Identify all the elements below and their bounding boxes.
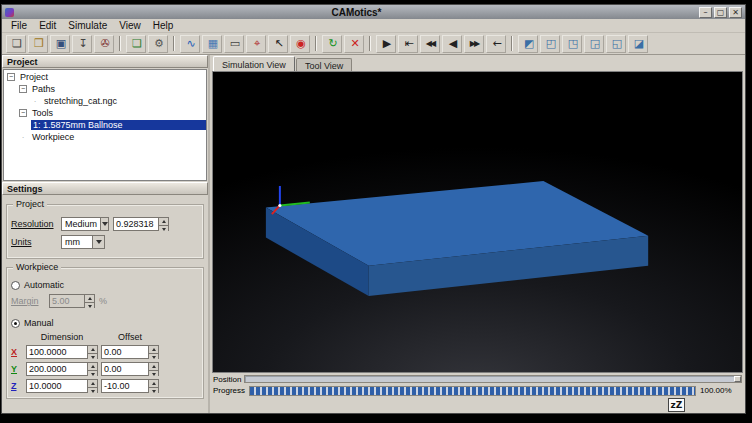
stop-button[interactable]: ✕ <box>344 35 364 53</box>
step-down-icon[interactable] <box>88 354 97 361</box>
status-bar: zZ <box>212 397 743 413</box>
toggle-surface-button[interactable]: ▦ <box>202 35 222 53</box>
x-dimension-stepper[interactable]: 100.0000 <box>26 345 98 359</box>
units-select[interactable]: mm <box>61 235 105 249</box>
units-label[interactable]: Units <box>11 237 57 247</box>
chevron-down-icon[interactable] <box>100 218 108 230</box>
add-tool-button[interactable]: ⚙ <box>148 35 168 53</box>
settings-panel: Project Resolution Medium 0.928318 <box>2 195 208 413</box>
view-isometric-button[interactable]: ◩ <box>518 35 538 53</box>
step-up-icon[interactable] <box>159 218 168 226</box>
step-up-icon[interactable] <box>149 346 158 354</box>
menu-simulate[interactable]: Simulate <box>62 19 113 32</box>
reverse-button[interactable]: ◀ <box>442 35 462 53</box>
step-down-icon[interactable] <box>88 388 97 395</box>
toolbar-separator <box>119 36 121 51</box>
stepper-arrows[interactable] <box>87 363 97 375</box>
step-down-icon[interactable] <box>149 388 158 395</box>
resolution-label[interactable]: Resolution <box>11 219 57 229</box>
faster-button[interactable]: ▶▶ <box>464 35 484 53</box>
automatic-row: Automatic <box>11 280 199 290</box>
select-mode-button[interactable]: ↖ <box>268 35 288 53</box>
export-button[interactable]: ↧ <box>72 35 92 53</box>
menu-view[interactable]: View <box>113 19 147 32</box>
view-bottom-button[interactable]: ◪ <box>628 35 648 53</box>
step-down-icon[interactable] <box>149 371 158 378</box>
step-down-icon[interactable] <box>88 371 97 378</box>
tree-item-file[interactable]: · stretching_cat.ngc <box>4 95 206 107</box>
view-front-button[interactable]: ◰ <box>540 35 560 53</box>
position-slider[interactable] <box>244 375 742 383</box>
z-axis-label[interactable]: Z <box>11 381 23 391</box>
menu-edit[interactable]: Edit <box>33 19 62 32</box>
step-up-icon[interactable] <box>88 380 97 388</box>
stepper-arrows[interactable] <box>148 363 158 375</box>
position-row: Position <box>212 373 743 384</box>
step-up-icon[interactable] <box>149 363 158 371</box>
step-up-icon[interactable] <box>88 363 97 371</box>
open-project-button[interactable]: ❒ <box>28 35 48 53</box>
cursor-icon: ↖ <box>274 38 281 49</box>
save-project-button[interactable]: ▣ <box>50 35 70 53</box>
tree-item-workpiece[interactable]: · Workpiece <box>4 131 206 143</box>
run-button[interactable]: ▶ <box>376 35 396 53</box>
z-dimension-stepper[interactable]: 10.0000 <box>26 379 98 393</box>
title-bar[interactable]: CAMotics* – ▢ ✕ <box>2 5 745 19</box>
menu-file[interactable]: File <box>5 19 33 32</box>
view-right-button[interactable]: ◲ <box>584 35 604 53</box>
resolution-select[interactable]: Medium <box>61 217 109 231</box>
simulation-viewport[interactable] <box>212 71 743 373</box>
x-offset-stepper[interactable]: 0.00 <box>101 345 159 359</box>
tab-tool-view[interactable]: Tool View <box>296 58 352 71</box>
tree-item-project[interactable]: − Project <box>4 71 206 83</box>
tree-item-tool-selected[interactable]: 1: 1.5875mm Ballnose <box>4 119 206 131</box>
stepper-arrows[interactable] <box>148 346 158 358</box>
tree-item-tools[interactable]: − Tools <box>4 107 206 119</box>
add-file-button[interactable]: ❏ <box>126 35 146 53</box>
step-down-icon[interactable] <box>149 354 158 361</box>
slower-button[interactable]: ◀◀ <box>420 35 440 53</box>
y-offset-stepper[interactable]: 0.00 <box>101 362 159 376</box>
camotics-window: CAMotics* – ▢ ✕ File Edit Simulate View … <box>1 4 746 414</box>
begin-button[interactable]: ⇤ <box>398 35 418 53</box>
menu-help[interactable]: Help <box>147 19 180 32</box>
tree-item-paths[interactable]: − Paths <box>4 83 206 95</box>
maximize-button[interactable]: ▢ <box>714 7 727 18</box>
step-down-icon[interactable] <box>159 226 168 233</box>
toggle-tool-path-button[interactable]: ∿ <box>180 35 200 53</box>
chevron-down-icon[interactable] <box>92 236 104 248</box>
stepper-arrows[interactable] <box>158 218 168 230</box>
toggle-axes-button[interactable]: ⌖ <box>246 35 266 53</box>
step-down-icon <box>85 303 94 310</box>
stepper-arrows[interactable] <box>148 380 158 392</box>
manual-radio[interactable] <box>11 319 20 328</box>
stepper-arrows[interactable] <box>87 346 97 358</box>
view-top-button[interactable]: ◳ <box>562 35 582 53</box>
snapshot-button[interactable]: ✇ <box>94 35 114 53</box>
position-slider-handle[interactable] <box>734 376 741 382</box>
toggle-origin-button[interactable]: ◉ <box>290 35 310 53</box>
reload-button[interactable]: ↻ <box>322 35 342 53</box>
cube-bottom-icon: ◪ <box>634 38 642 49</box>
automatic-radio[interactable] <box>11 281 20 290</box>
y-dimension-stepper[interactable]: 200.0000 <box>26 362 98 376</box>
y-axis-label[interactable]: Y <box>11 364 23 374</box>
direction-button[interactable]: ← <box>486 35 506 53</box>
close-button[interactable]: ✕ <box>729 7 742 18</box>
x-axis-label[interactable]: X <box>11 347 23 357</box>
sleep-indicator-icon[interactable]: zZ <box>668 398 685 412</box>
bounds-icon: ▭ <box>230 38 238 49</box>
resolution-number-stepper[interactable]: 0.928318 <box>113 217 169 231</box>
view-back-button[interactable]: ◱ <box>606 35 626 53</box>
step-up-icon[interactable] <box>88 346 97 354</box>
stepper-arrows[interactable] <box>87 380 97 392</box>
collapse-icon[interactable]: − <box>19 85 27 93</box>
collapse-icon[interactable]: − <box>7 73 15 81</box>
new-project-button[interactable]: ❏ <box>6 35 26 53</box>
minimize-button[interactable]: – <box>699 7 712 18</box>
z-offset-stepper[interactable]: -10.00 <box>101 379 159 393</box>
tab-simulation-view[interactable]: Simulation View <box>213 56 295 71</box>
collapse-icon[interactable]: − <box>19 109 27 117</box>
step-up-icon[interactable] <box>149 380 158 388</box>
toggle-bounds-button[interactable]: ▭ <box>224 35 244 53</box>
